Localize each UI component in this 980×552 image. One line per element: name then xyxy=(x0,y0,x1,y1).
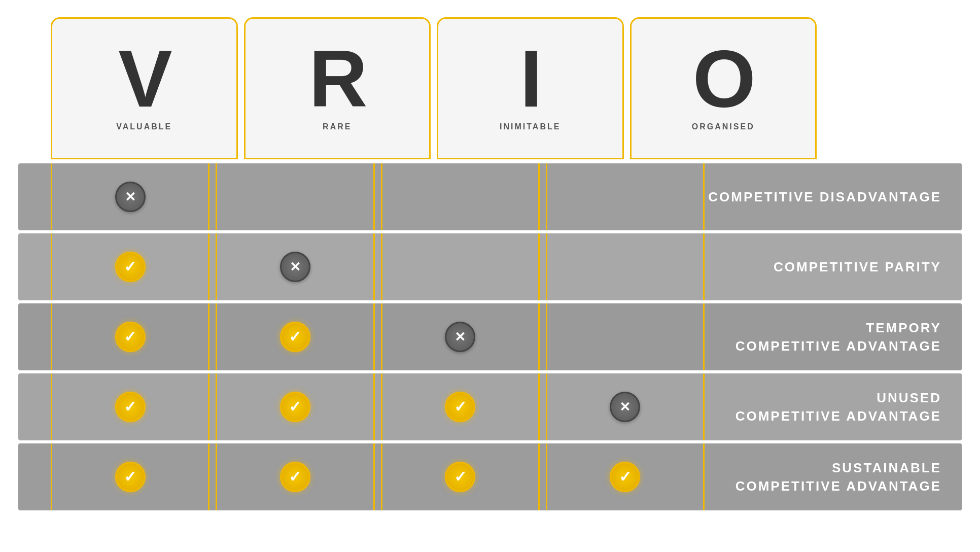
label-spacer xyxy=(820,17,962,159)
vrio-framework: V VALUABLE R RARE I INIMITABLE O ORGANIS… xyxy=(18,17,962,535)
label-cell-2: COMPETITIVE PARITY xyxy=(708,233,962,300)
column-header-v: V VALUABLE xyxy=(51,17,238,159)
check-icon xyxy=(115,392,146,422)
check-icon xyxy=(115,252,146,282)
cell-r-1 xyxy=(216,163,374,230)
check-icon xyxy=(280,392,310,422)
row-label-1: COMPETITIVE DISADVANTAGE xyxy=(708,188,941,206)
check-icon xyxy=(445,392,475,422)
cell-i-1 xyxy=(381,163,540,230)
cell-v-5 xyxy=(51,443,209,510)
cell-o-5 xyxy=(546,443,705,510)
header-spacer xyxy=(18,17,48,159)
label-cell-3: TEMPORY COMPETITIVE ADVANTAGE xyxy=(708,303,962,370)
cell-o-3 xyxy=(546,303,705,370)
label-valuable: VALUABLE xyxy=(116,122,172,131)
table-row: COMPETITIVE PARITY xyxy=(18,233,962,300)
cross-icon xyxy=(610,392,640,422)
check-icon xyxy=(445,462,475,492)
check-icon xyxy=(115,462,146,492)
cell-i-4 xyxy=(381,373,540,440)
label-rare: RARE xyxy=(323,122,352,131)
cell-o-4 xyxy=(546,373,705,440)
column-header-i: I INIMITABLE xyxy=(437,17,624,159)
row-label-5: SUSTAINABLE COMPETITIVE ADVANTAGE xyxy=(736,459,941,496)
cell-r-2 xyxy=(216,233,374,300)
row-spacer xyxy=(18,303,48,370)
row-label-3: TEMPORY COMPETITIVE ADVANTAGE xyxy=(736,319,941,356)
cell-i-5 xyxy=(381,443,540,510)
column-header-r: R RARE xyxy=(244,17,431,159)
row-spacer xyxy=(18,443,48,510)
header-row: V VALUABLE R RARE I INIMITABLE O ORGANIS… xyxy=(18,17,962,159)
cross-icon xyxy=(280,252,310,282)
check-icon xyxy=(280,462,310,492)
letter-o: O xyxy=(693,38,754,119)
letter-r: R xyxy=(309,38,366,119)
cell-r-5 xyxy=(216,443,374,510)
table-row: UNUSED COMPETITIVE ADVANTAGE xyxy=(18,373,962,440)
cross-icon xyxy=(115,182,146,212)
cell-v-4 xyxy=(51,373,209,440)
row-label-4: UNUSED COMPETITIVE ADVANTAGE xyxy=(736,389,941,426)
check-icon xyxy=(115,322,146,352)
check-icon xyxy=(280,322,310,352)
label-cell-1: COMPETITIVE DISADVANTAGE xyxy=(708,163,962,230)
letter-v: V xyxy=(118,38,170,119)
table-row: TEMPORY COMPETITIVE ADVANTAGE xyxy=(18,303,962,370)
table-row: SUSTAINABLE COMPETITIVE ADVANTAGE xyxy=(18,443,962,510)
cell-i-2 xyxy=(381,233,540,300)
row-spacer xyxy=(18,373,48,440)
cell-i-3 xyxy=(381,303,540,370)
cell-v-2 xyxy=(51,233,209,300)
cross-icon xyxy=(445,322,475,352)
letter-i: I xyxy=(520,38,540,119)
cell-o-2 xyxy=(546,233,705,300)
label-cell-4: UNUSED COMPETITIVE ADVANTAGE xyxy=(708,373,962,440)
label-cell-5: SUSTAINABLE COMPETITIVE ADVANTAGE xyxy=(708,443,962,510)
row-spacer xyxy=(18,163,48,230)
row-label-2: COMPETITIVE PARITY xyxy=(774,258,941,276)
cell-r-3 xyxy=(216,303,374,370)
row-spacer xyxy=(18,233,48,300)
cell-r-4 xyxy=(216,373,374,440)
cell-v-1 xyxy=(51,163,209,230)
cell-o-1 xyxy=(546,163,705,230)
table-row: COMPETITIVE DISADVANTAGE xyxy=(18,163,962,230)
rows-container: COMPETITIVE DISADVANTAGE COMPETITIVE PAR… xyxy=(18,163,962,535)
column-header-o: O ORGANISED xyxy=(630,17,817,159)
check-icon xyxy=(610,462,640,492)
label-organised: ORGANISED xyxy=(692,122,755,131)
cell-v-3 xyxy=(51,303,209,370)
label-inimitable: INIMITABLE xyxy=(500,122,561,131)
